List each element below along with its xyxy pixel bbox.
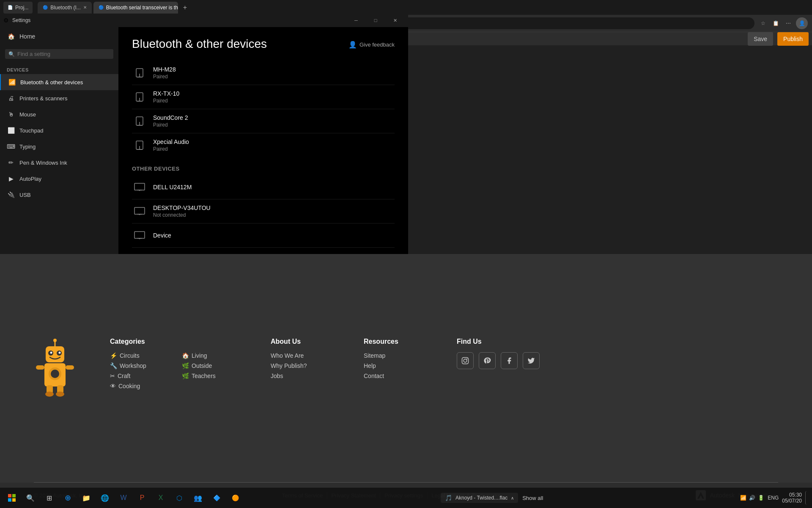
- volume-icon[interactable]: 🔊: [749, 495, 755, 501]
- category-outside[interactable]: 🌿Outside: [182, 362, 237, 369]
- media-chevron-icon[interactable]: ∧: [511, 496, 514, 500]
- about-who[interactable]: Who We Are: [271, 352, 330, 359]
- pen-icon: ✏: [7, 158, 15, 167]
- footer-find-us: Find Us: [457, 338, 540, 369]
- show-all-button[interactable]: Show all: [522, 495, 543, 501]
- sidebar-item-mouse[interactable]: 🖱 Mouse: [0, 106, 118, 122]
- device-status: Paired: [153, 122, 395, 128]
- device-xpecial[interactable]: Xpecial Audio Paired: [132, 133, 395, 157]
- battery-icon: 🔋: [758, 495, 764, 501]
- sidebar-item-touchpad[interactable]: ⬜ Touchpad: [0, 122, 118, 138]
- lang-indicator[interactable]: ENG: [768, 495, 779, 501]
- minimize-button[interactable]: ─: [346, 14, 366, 27]
- category-cooking[interactable]: 👁Cooking: [110, 383, 165, 389]
- pinterest-icon[interactable]: [479, 352, 496, 369]
- category-workshop[interactable]: 🔧Workshop: [110, 362, 165, 369]
- taskbar-word[interactable]: W: [115, 489, 132, 506]
- resource-contact[interactable]: Contact: [364, 373, 423, 379]
- svg-point-52: [466, 358, 467, 359]
- taskbar-explorer[interactable]: 📁: [78, 489, 95, 506]
- device-rx-tx-10[interactable]: RX-TX-10 Paired: [132, 85, 395, 109]
- about-jobs[interactable]: Jobs: [271, 373, 330, 379]
- new-tab-button[interactable]: +: [180, 4, 190, 11]
- device-mh-m28[interactable]: MH-M28 Paired: [132, 61, 395, 85]
- collections-icon[interactable]: 📋: [771, 18, 781, 28]
- sidebar-home[interactable]: 🏠 Home: [0, 27, 118, 46]
- category-circuits[interactable]: ⚡Circuits: [110, 352, 165, 359]
- device-soundcore[interactable]: SoundCore 2 Paired: [132, 109, 395, 133]
- sidebar-item-usb[interactable]: 🔌 USB: [0, 187, 118, 203]
- device-icon-desktop: [132, 204, 147, 219]
- device-name: SoundCore 2: [153, 114, 395, 121]
- network-icon[interactable]: 📶: [740, 495, 746, 501]
- device-icon-mh-m28: [132, 65, 147, 80]
- media-player: 🎵 Aknoyd - Twisted....flac ∧ Show all: [441, 493, 543, 503]
- resource-help[interactable]: Help: [364, 362, 423, 369]
- sidebar-item-label-usb: USB: [19, 192, 31, 198]
- sidebar-item-label-autoplay: AutoPlay: [19, 176, 41, 182]
- save-button[interactable]: Save: [748, 32, 773, 46]
- facebook-icon[interactable]: [501, 352, 518, 369]
- language-label: ENG: [768, 495, 779, 501]
- category-living[interactable]: 🏠Living: [182, 352, 237, 359]
- taskbar-edge[interactable]: ⊕: [59, 489, 76, 506]
- sidebar-item-autoplay[interactable]: ▶ AutoPlay: [0, 171, 118, 187]
- settings-icon-browser[interactable]: ⋯: [783, 18, 793, 28]
- taskbar-vscode[interactable]: ⬡: [171, 489, 188, 506]
- sidebar-item-label-touchpad: Touchpad: [19, 127, 43, 134]
- sidebar-item-label-printers: Printers & scanners: [19, 95, 67, 102]
- start-button[interactable]: [3, 489, 20, 506]
- svg-point-47: [53, 339, 57, 342]
- svg-rect-40: [36, 365, 44, 370]
- sidebar-item-printers[interactable]: 🖨 Printers & scanners: [0, 90, 118, 106]
- device-status: Not connected: [153, 212, 395, 218]
- social-icons: [457, 352, 540, 369]
- taskbar-misc[interactable]: 🔷: [208, 489, 225, 506]
- taskbar-chrome[interactable]: 🌐: [96, 489, 113, 506]
- svg-point-45: [56, 392, 64, 397]
- taskbar-misc2[interactable]: 🟠: [227, 489, 244, 506]
- search-input[interactable]: [17, 51, 110, 57]
- task-view[interactable]: ⊞: [41, 489, 58, 506]
- sidebar-item-bluetooth[interactable]: 📶 Bluetooth & other devices: [0, 74, 118, 90]
- category-craft[interactable]: ✂Craft: [110, 373, 165, 379]
- profile-avatar[interactable]: 👤: [796, 17, 808, 29]
- tab-bluetooth-2[interactable]: 🔵 Bluetooth serial transceiver is th... …: [93, 2, 178, 14]
- device-name: MH-M28: [153, 66, 395, 73]
- about-why[interactable]: Why Publish?: [271, 362, 330, 369]
- music-icon: 🎵: [445, 494, 452, 501]
- favorites-icon[interactable]: ☆: [758, 18, 768, 28]
- svg-point-44: [45, 392, 54, 397]
- clock[interactable]: 05:30 05/07/20: [782, 492, 802, 504]
- paired-devices-list: MH-M28 Paired RX-TX-10 Paired: [132, 61, 395, 157]
- page-header: Bluetooth & other devices 👤 Give feedbac…: [132, 37, 395, 51]
- resource-sitemap[interactable]: Sitemap: [364, 352, 423, 359]
- show-desktop-button[interactable]: [805, 491, 809, 505]
- device-desktop-v34[interactable]: DESKTOP-V34UTOU Not connected: [132, 199, 395, 224]
- sidebar-item-typing[interactable]: ⌨ Typing: [0, 138, 118, 155]
- close-button[interactable]: ✕: [385, 14, 405, 27]
- svg-rect-57: [12, 498, 16, 502]
- sidebar-item-pen[interactable]: ✏ Pen & Windows Ink: [0, 155, 118, 171]
- tab-close-1[interactable]: ✕: [83, 5, 87, 10]
- instagram-icon[interactable]: [457, 352, 474, 369]
- project-tab[interactable]: 📄 Proj...: [3, 2, 33, 14]
- sidebar-item-label-bluetooth: Bluetooth & other devices: [20, 79, 83, 86]
- device-dell[interactable]: DELL U2412M: [132, 175, 395, 199]
- category-teachers[interactable]: 🌿Teachers: [182, 373, 237, 379]
- taskbar-powerpoint[interactable]: P: [134, 489, 151, 506]
- maximize-button[interactable]: □: [366, 14, 385, 27]
- taskbar-teams[interactable]: 👥: [189, 489, 206, 506]
- sidebar-item-label-mouse: Mouse: [19, 111, 36, 118]
- mouse-icon: 🖱: [7, 110, 15, 119]
- feedback-link[interactable]: 👤 Give feedback: [348, 41, 395, 49]
- media-info: 🎵 Aknoyd - Twisted....flac ∧: [441, 493, 518, 503]
- settings-body: 🏠 Home 🔍 Devices 📶 Bluetooth & other dev…: [0, 27, 408, 268]
- device-generic-device[interactable]: Device: [132, 224, 395, 248]
- taskbar-excel[interactable]: X: [152, 489, 169, 506]
- publish-button[interactable]: Publish: [777, 32, 809, 46]
- search-taskbar[interactable]: 🔍: [22, 489, 39, 506]
- svg-rect-12: [134, 183, 145, 190]
- twitter-icon[interactable]: [523, 352, 540, 369]
- tab-bluetooth-1[interactable]: 🔵 Bluetooth (I... ✕: [38, 2, 91, 14]
